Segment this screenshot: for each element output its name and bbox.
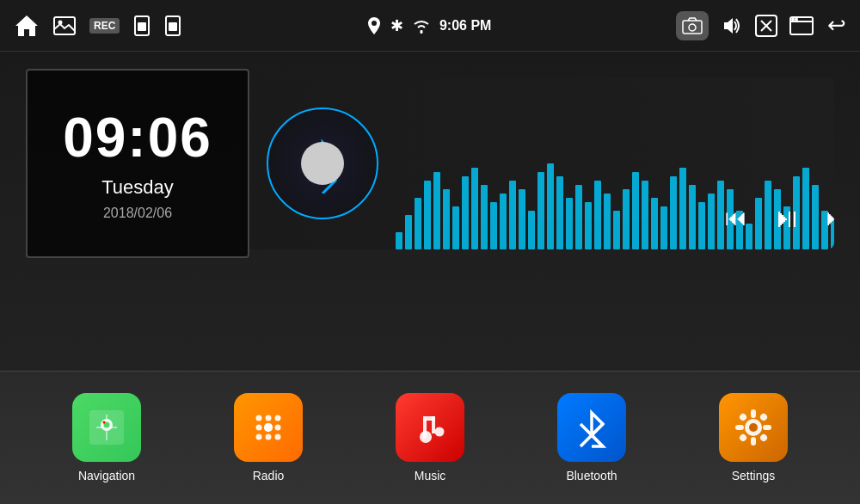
- svg-rect-40: [423, 420, 427, 439]
- eq-bar: [452, 206, 459, 249]
- music-icon-box: [396, 393, 464, 462]
- player-disc-icon: [267, 108, 378, 219]
- eq-bar: [519, 189, 525, 249]
- svg-rect-48: [735, 425, 744, 430]
- svg-point-28: [266, 415, 272, 421]
- eq-bar: [708, 194, 715, 249]
- eq-bar: [670, 176, 677, 249]
- svg-point-34: [266, 434, 272, 440]
- home-icon[interactable]: [14, 14, 40, 38]
- settings-gear-icon: [731, 405, 776, 450]
- svg-point-30: [256, 425, 262, 431]
- svg-rect-46: [751, 409, 756, 418]
- radio-app[interactable]: Radio: [234, 393, 303, 482]
- clock-widget: 09:06 Tuesday 2018/02/06: [26, 69, 249, 258]
- window-icon[interactable]: [789, 16, 815, 35]
- topbar-left: REC: [14, 14, 181, 38]
- bluetooth-icon-box: [557, 393, 626, 462]
- app-icons-row: Navigation Rad: [0, 371, 860, 504]
- eq-bar: [405, 215, 412, 249]
- playback-controls: ⏮ ⏯ ⏭: [725, 202, 834, 234]
- eq-bar: [679, 168, 686, 249]
- settings-app[interactable]: Settings: [719, 393, 788, 482]
- svg-point-32: [275, 425, 281, 431]
- eq-bar: [717, 181, 724, 249]
- eq-bar: [604, 194, 611, 249]
- settings-icon-box: [719, 393, 788, 462]
- eq-bar: [575, 185, 582, 249]
- svg-point-38: [435, 427, 445, 437]
- sim1-icon: [133, 15, 150, 36]
- svg-marker-11: [724, 18, 733, 34]
- eq-bar: [660, 206, 667, 249]
- svg-point-36: [264, 423, 273, 432]
- svg-rect-47: [751, 437, 756, 446]
- music-note-icon: [408, 406, 452, 449]
- svg-point-7: [372, 21, 377, 26]
- eq-bar: [481, 185, 488, 249]
- eq-bar: [566, 198, 573, 249]
- radio-label: Radio: [253, 469, 285, 482]
- svg-rect-6: [169, 22, 177, 31]
- eq-bar: [471, 168, 478, 249]
- rewind-button[interactable]: ⏮: [725, 205, 747, 231]
- music-label: Music: [415, 469, 446, 482]
- topbar-center: ✱ 9:06 PM: [366, 16, 491, 35]
- svg-marker-0: [15, 15, 38, 36]
- eq-bar: [613, 211, 620, 249]
- top-bar: REC ✱: [0, 0, 860, 52]
- image-icon[interactable]: [53, 16, 76, 35]
- location-icon: [366, 16, 382, 35]
- eq-bar: [698, 202, 705, 249]
- svg-rect-49: [763, 425, 771, 430]
- music-app[interactable]: Music: [396, 393, 464, 482]
- svg-rect-51: [759, 412, 768, 421]
- eq-bar: [538, 172, 544, 249]
- clock-day: Tuesday: [101, 176, 174, 199]
- settings-label: Settings: [732, 469, 776, 482]
- svg-point-10: [689, 24, 696, 31]
- time-display: 9:06 PM: [439, 18, 491, 34]
- svg-point-27: [256, 415, 262, 421]
- bluetooth-app[interactable]: Bluetooth: [557, 393, 626, 482]
- eq-bar: [462, 176, 469, 249]
- wifi-icon: [412, 18, 431, 34]
- back-icon[interactable]: ↩: [827, 12, 846, 39]
- clock-time: 09:06: [63, 106, 212, 169]
- svg-point-26: [103, 421, 106, 424]
- eq-bar: [594, 181, 601, 249]
- eq-bar: [490, 202, 497, 249]
- bluetooth-label: Bluetooth: [566, 469, 617, 482]
- sim2-icon: [164, 15, 181, 36]
- navigation-label: Navigation: [78, 469, 135, 482]
- eq-bar: [547, 163, 554, 249]
- play-pause-button[interactable]: ⏯: [773, 202, 801, 234]
- bluetooth-app-icon: [570, 406, 613, 449]
- svg-point-45: [749, 423, 758, 432]
- eq-bar: [585, 202, 592, 249]
- eq-bar: [632, 172, 639, 249]
- radio-dots-icon: [247, 406, 290, 449]
- navigation-map-icon: [88, 406, 126, 449]
- svg-rect-50: [738, 412, 747, 421]
- radio-icon-box: [234, 393, 303, 462]
- eq-bar: [509, 181, 516, 249]
- disc-center: [301, 142, 344, 185]
- music-player-widget: ⏮ ⏯ ⏭: [241, 77, 834, 249]
- svg-rect-4: [138, 22, 146, 31]
- eq-bar: [623, 189, 630, 249]
- close-icon[interactable]: [755, 15, 777, 37]
- svg-point-18: [796, 18, 797, 20]
- rec-icon[interactable]: REC: [89, 18, 120, 34]
- volume-icon[interactable]: [721, 16, 743, 35]
- eq-bar: [433, 172, 440, 249]
- forward-button[interactable]: ⏭: [826, 205, 834, 231]
- eq-bar: [500, 194, 507, 249]
- clock-date: 2018/02/06: [103, 206, 172, 221]
- svg-point-35: [275, 434, 281, 440]
- eq-bar: [689, 185, 696, 249]
- navigation-app[interactable]: Navigation: [72, 393, 141, 482]
- camera-icon[interactable]: [676, 11, 709, 40]
- main-content: 09:06 Tuesday 2018/02/06 ⏮: [0, 52, 860, 504]
- eq-bar: [528, 211, 535, 249]
